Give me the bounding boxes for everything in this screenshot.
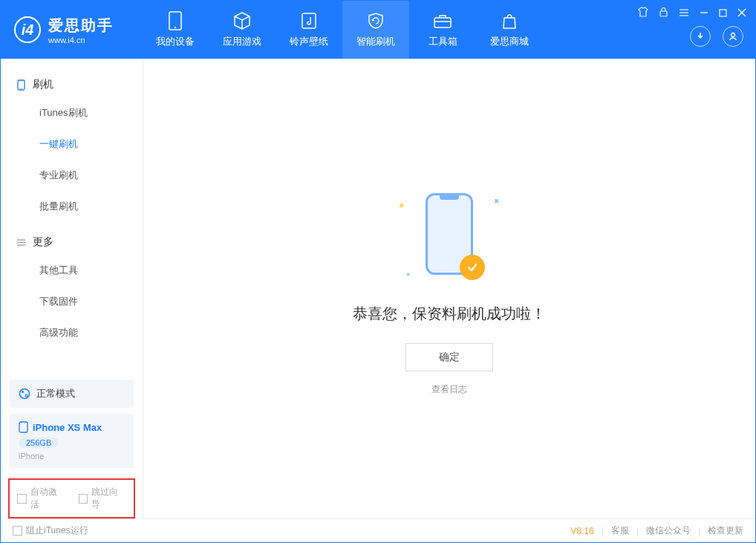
separator: |	[636, 526, 639, 536]
main-nav: 我的设备 应用游戏 铃声壁纸 智能刷机 工具箱 爱思商城	[142, 1, 543, 59]
user-account-button[interactable]	[723, 26, 743, 47]
nav-label: 铃声壁纸	[290, 35, 328, 48]
success-illustration: ✦ ✦ ✦	[382, 182, 516, 286]
svg-point-1	[175, 27, 176, 28]
check-badge-icon	[460, 255, 485, 280]
device-card[interactable]: iPhone XS Max 256GB iPhone	[10, 414, 134, 468]
nav-label: 智能刷机	[356, 35, 395, 48]
sparkle-icon: ✦	[403, 269, 412, 279]
view-log-link[interactable]: 查看日志	[431, 383, 467, 396]
phone-icon	[16, 79, 27, 91]
checkbox-block-itunes[interactable]: 阻止iTunes运行	[13, 524, 88, 537]
checkbox-label: 跳过向导	[91, 486, 126, 511]
svg-point-20	[25, 394, 27, 397]
svg-rect-2	[302, 13, 316, 28]
device-name: iPhone XS Max	[33, 422, 102, 433]
logo-area: i4 爱思助手 www.i4.cn	[1, 16, 127, 45]
nav-my-device[interactable]: 我的设备	[142, 1, 209, 59]
sidebar-group-more: 更多	[1, 230, 143, 255]
checkbox-box	[17, 494, 27, 504]
sidebar: 刷机 iTunes刷机 一键刷机 专业刷机 批量刷机 更多 其他工具 下载固件 …	[1, 59, 143, 518]
svg-rect-21	[19, 422, 27, 432]
svg-point-12	[731, 33, 735, 37]
app-body: 刷机 iTunes刷机 一键刷机 专业刷机 批量刷机 更多 其他工具 下载固件 …	[1, 59, 755, 518]
minimize-button[interactable]	[700, 7, 708, 19]
wechat-link[interactable]: 微信公众号	[646, 524, 691, 537]
logo-icon: i4	[14, 16, 41, 43]
group-title: 更多	[33, 235, 53, 249]
checkbox-skip-guide[interactable]: 跳过向导	[79, 486, 127, 511]
logo-text: 爱思助手 www.i4.cn	[48, 16, 114, 45]
check-update-link[interactable]: 检查更新	[708, 524, 743, 537]
close-button[interactable]	[737, 7, 746, 19]
phone-notch	[440, 195, 459, 200]
sidebar-item-download-firmware[interactable]: 下载固件	[1, 286, 143, 317]
device-mode-card[interactable]: 正常模式	[10, 380, 134, 408]
window-controls	[638, 7, 746, 19]
nav-label: 应用游戏	[223, 35, 261, 48]
nav-apps-games[interactable]: 应用游戏	[209, 1, 276, 59]
cube-icon	[232, 11, 252, 30]
separator: |	[698, 526, 700, 536]
support-link[interactable]: 客服	[611, 524, 629, 537]
sidebar-item-other-tools[interactable]: 其他工具	[1, 255, 143, 286]
svg-rect-4	[660, 11, 667, 16]
shield-refresh-icon	[366, 11, 385, 30]
svg-rect-3	[434, 18, 451, 27]
download-button[interactable]	[690, 26, 711, 47]
shopping-bag-icon	[500, 11, 519, 30]
app-subtitle: www.i4.cn	[48, 36, 114, 45]
nav-label: 我的设备	[156, 35, 195, 48]
group-title: 刷机	[33, 78, 53, 91]
sidebar-item-onekey-flash[interactable]: 一键刷机	[1, 129, 143, 160]
nav-toolbox[interactable]: 工具箱	[409, 1, 476, 59]
ok-button[interactable]: 确定	[405, 343, 493, 371]
svg-point-19	[22, 391, 24, 393]
device-phone-icon	[19, 421, 28, 433]
nav-ringtones-wallpapers[interactable]: 铃声壁纸	[276, 1, 342, 59]
device-mode-label: 正常模式	[36, 387, 75, 400]
lock-icon[interactable]	[659, 7, 668, 19]
version-label: V8.16	[570, 526, 593, 536]
svg-rect-9	[720, 10, 726, 16]
music-note-icon	[299, 11, 319, 30]
device-type: iPhone	[19, 452, 125, 461]
nav-label: 工具箱	[428, 35, 457, 48]
footer-right: V8.16 | 客服 | 微信公众号 | 检查更新	[570, 524, 743, 537]
checkbox-box	[13, 526, 22, 536]
sparkle-icon: ✦	[489, 194, 504, 209]
toolbox-icon	[433, 11, 452, 30]
header-actions	[690, 26, 743, 47]
success-message: 恭喜您，保资料刷机成功啦！	[353, 304, 546, 324]
shirt-icon[interactable]	[638, 7, 648, 19]
device-capacity: 256GB	[19, 438, 59, 448]
separator: |	[602, 526, 604, 536]
checkbox-label: 阻止iTunes运行	[26, 524, 88, 537]
device-icon	[166, 11, 185, 30]
device-name-row: iPhone XS Max	[19, 421, 125, 433]
list-icon	[16, 237, 27, 248]
nav-smart-flash[interactable]: 智能刷机	[342, 1, 409, 59]
checkbox-auto-activate[interactable]: 自动激活	[17, 486, 65, 511]
sidebar-group-flash: 刷机	[1, 72, 143, 97]
sidebar-item-pro-flash[interactable]: 专业刷机	[1, 160, 143, 191]
sidebar-item-advanced[interactable]: 高级功能	[1, 317, 143, 348]
nav-label: 爱思商城	[490, 35, 529, 48]
sparkle-icon: ✦	[394, 198, 409, 213]
svg-point-14	[21, 88, 22, 89]
nav-store[interactable]: 爱思商城	[476, 1, 543, 59]
maximize-button[interactable]	[719, 7, 727, 19]
checkbox-label: 自动激活	[30, 486, 65, 511]
sidebar-item-itunes-flash[interactable]: iTunes刷机	[1, 97, 143, 129]
main-content: ✦ ✦ ✦ 恭喜您，保资料刷机成功啦！ 确定 查看日志	[143, 59, 755, 518]
sidebar-item-batch-flash[interactable]: 批量刷机	[1, 191, 143, 222]
checkbox-box	[79, 494, 88, 504]
mode-icon	[19, 388, 30, 400]
app-header: i4 爱思助手 www.i4.cn 我的设备 应用游戏 铃声壁纸 智能刷机 工具…	[1, 1, 755, 59]
svg-point-18	[20, 389, 30, 399]
status-bar: 阻止iTunes运行 V8.16 | 客服 | 微信公众号 | 检查更新	[1, 518, 755, 542]
menu-icon[interactable]	[679, 7, 689, 19]
app-title: 爱思助手	[48, 16, 114, 36]
flash-options-highlight: 自动激活 跳过向导	[8, 478, 135, 518]
